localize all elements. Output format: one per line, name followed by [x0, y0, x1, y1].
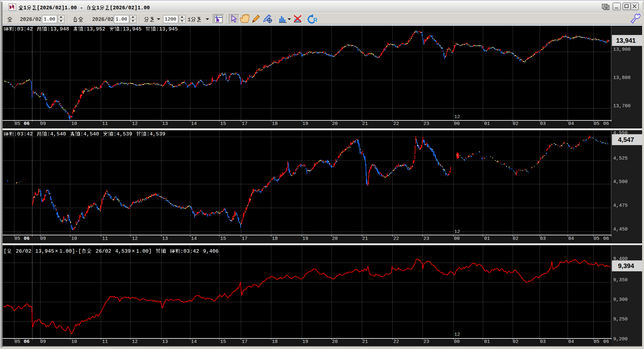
svg-text:1: 1 [96, 5, 100, 11]
svg-text:11: 11 [102, 121, 108, 127]
svg-text::03:42: :03:42 [180, 248, 199, 254]
svg-text:05: 05 [14, 339, 20, 345]
svg-text:06: 06 [603, 236, 609, 241]
svg-text:13: 13 [162, 339, 168, 345]
svg-text:×: × [55, 248, 58, 254]
svg-text:05: 05 [14, 121, 20, 127]
svg-text:09: 09 [40, 236, 46, 241]
svg-text::13,948: :13,948 [47, 26, 69, 32]
svg-text:12: 12 [454, 114, 460, 120]
svg-text::13,945: :13,945 [120, 26, 142, 32]
svg-text:05: 05 [594, 339, 599, 345]
svg-text:12: 12 [132, 236, 138, 241]
svg-text:01: 01 [484, 236, 490, 241]
svg-text:10: 10 [71, 339, 77, 345]
svg-text:1.00: 1.00 [44, 17, 55, 22]
svg-text:1.00]: 1.00] [136, 248, 152, 254]
svg-text:13: 13 [162, 236, 168, 241]
svg-text:13,941: 13,941 [616, 37, 636, 44]
svg-text:14: 14 [191, 339, 197, 345]
svg-text:06: 06 [24, 236, 30, 241]
svg-text:9,394: 9,394 [618, 262, 634, 269]
svg-text:02: 02 [513, 339, 518, 345]
svg-text:14: 14 [191, 121, 197, 127]
svg-text:21: 21 [362, 121, 368, 127]
svg-text:9,200: 9,200 [613, 336, 628, 342]
svg-text:04: 04 [568, 236, 574, 241]
svg-text:00: 00 [454, 236, 460, 241]
svg-text:17: 17 [242, 236, 248, 241]
svg-text:04: 04 [568, 121, 574, 127]
svg-text:06: 06 [603, 121, 609, 127]
svg-text:20: 20 [332, 339, 338, 345]
svg-text:×: × [132, 248, 135, 254]
svg-text:R: R [313, 17, 317, 23]
svg-text:9,250: 9,250 [613, 317, 628, 322]
svg-text:1: 1 [23, 5, 27, 11]
svg-text:06: 06 [24, 121, 30, 127]
svg-text:23: 23 [423, 339, 429, 345]
svg-text:4,475: 4,475 [613, 203, 628, 208]
svg-text:4,450: 4,450 [613, 227, 628, 232]
svg-text:13: 13 [162, 121, 168, 127]
svg-text:01: 01 [484, 121, 490, 127]
svg-text:21: 21 [362, 339, 368, 345]
svg-text:10: 10 [71, 121, 77, 127]
svg-text::13,952: :13,952 [83, 26, 105, 32]
svg-text:20: 20 [332, 236, 338, 241]
svg-text:00: 00 [454, 121, 460, 127]
svg-text:19: 19 [302, 339, 308, 345]
svg-text:13,700: 13,700 [613, 103, 631, 109]
svg-text:22: 22 [393, 121, 399, 127]
svg-text:14: 14 [191, 236, 197, 241]
svg-text:1.00: 1.00 [116, 17, 127, 22]
svg-text::03:42: :03:42 [14, 26, 33, 32]
svg-text:22: 22 [393, 339, 399, 345]
svg-text:00: 00 [454, 339, 460, 345]
svg-text:-: - [80, 5, 83, 11]
svg-text:12: 12 [132, 339, 138, 345]
svg-text:04: 04 [568, 339, 574, 345]
svg-text:9,350: 9,350 [613, 277, 628, 283]
svg-text:15: 15 [220, 121, 226, 127]
svg-text:12: 12 [132, 121, 138, 127]
svg-text:02: 02 [513, 121, 518, 127]
svg-text:17: 17 [242, 339, 248, 345]
svg-text::4,540: :4,540 [80, 131, 99, 137]
svg-text:4,500: 4,500 [613, 179, 628, 185]
svg-text::4,540: :4,540 [47, 131, 66, 137]
svg-text::4,539: :4,539 [146, 131, 165, 137]
svg-text:18: 18 [272, 121, 278, 127]
svg-text:05: 05 [594, 236, 599, 241]
svg-text:[: [ [4, 248, 7, 254]
svg-text:12: 12 [454, 332, 460, 337]
svg-text:9,406: 9,406 [203, 248, 219, 254]
svg-text:[2026/02]1.00: [2026/02]1.00 [37, 5, 77, 11]
svg-text:03: 03 [540, 236, 546, 241]
svg-text:09: 09 [40, 339, 46, 345]
svg-text:11: 11 [102, 339, 108, 345]
svg-text::4,539: :4,539 [113, 131, 132, 137]
svg-text:13,945: 13,945 [35, 248, 54, 254]
svg-text:1: 1 [187, 17, 191, 23]
svg-text:1200: 1200 [165, 17, 176, 22]
svg-text:23: 23 [423, 121, 429, 127]
svg-text:19: 19 [302, 121, 308, 127]
svg-text:02: 02 [513, 236, 518, 241]
svg-text:4,539: 4,539 [115, 248, 131, 254]
svg-text:9,300: 9,300 [613, 297, 628, 302]
svg-text:26/02: 26/02 [96, 248, 111, 254]
svg-text:13,800: 13,800 [613, 75, 631, 81]
svg-text:15: 15 [220, 339, 226, 345]
svg-text:18: 18 [272, 339, 278, 345]
svg-text:2026/02: 2026/02 [92, 17, 114, 22]
svg-text:4,547: 4,547 [618, 136, 634, 143]
svg-text:26/02: 26/02 [16, 248, 31, 254]
svg-text:15: 15 [220, 236, 226, 241]
svg-text:09: 09 [40, 121, 46, 127]
svg-text:12: 12 [454, 229, 460, 235]
svg-text:11: 11 [102, 236, 108, 241]
svg-text:21: 21 [362, 236, 368, 241]
svg-text:4,525: 4,525 [613, 156, 628, 161]
svg-text:06: 06 [24, 339, 30, 345]
